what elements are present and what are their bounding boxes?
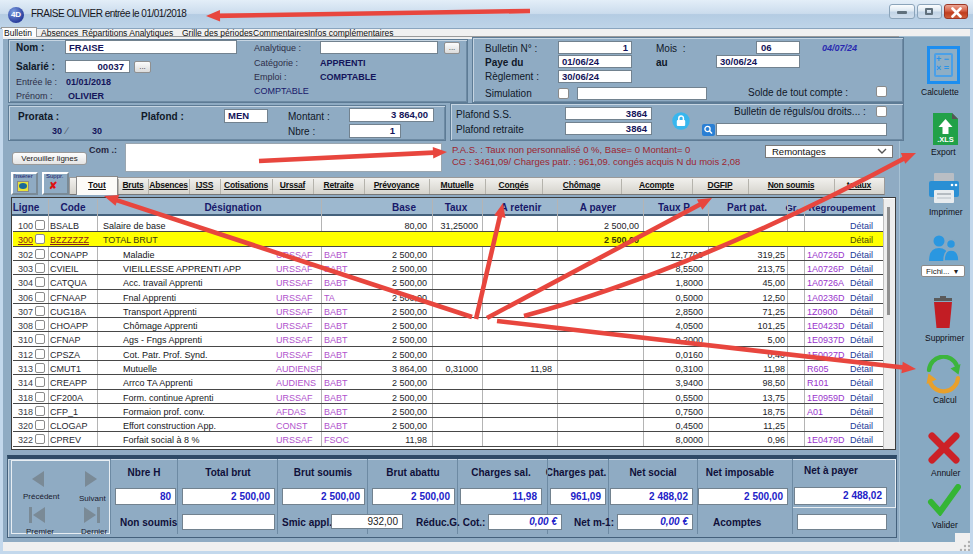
svg-text:.XLS: .XLS [937, 135, 954, 144]
